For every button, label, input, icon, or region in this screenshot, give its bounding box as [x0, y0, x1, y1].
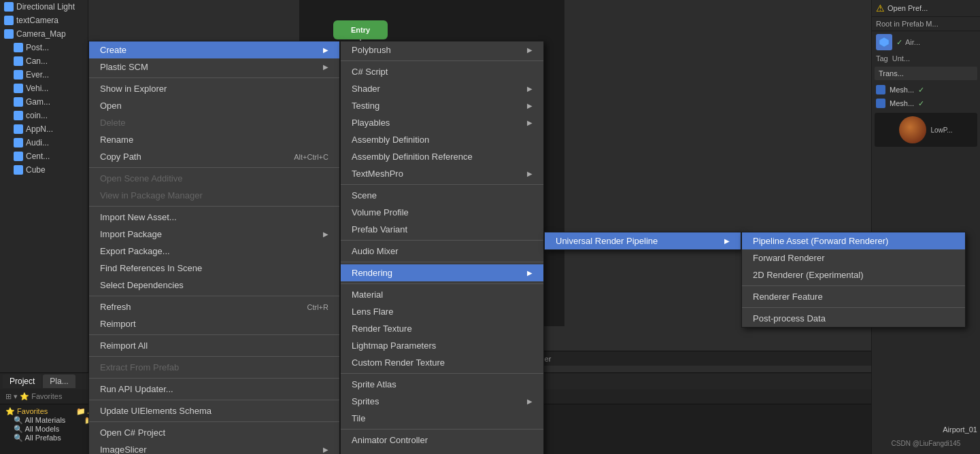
menu-item-volume-profile[interactable]: Volume Profile	[341, 204, 543, 221]
menu-item-select-dependencies[interactable]: Select Dependencies	[89, 277, 339, 294]
inspector-icon-row: ✓ Air...	[872, 31, 980, 53]
menu-item-playables[interactable]: Playables ▶	[341, 114, 543, 131]
arrow-icon: ▶	[527, 119, 533, 126]
separator	[341, 262, 543, 262]
menu-item-open-csharp-project[interactable]: Open C# Project	[89, 424, 339, 441]
menu-item-extract-from-prefab: Extract From Prefab	[89, 359, 339, 376]
menu-item-prefab-variant[interactable]: Prefab Variant	[341, 221, 543, 238]
all-prefabs[interactable]: 🔍 All Prefabs	[5, 434, 65, 442]
menu-item-2d-renderer[interactable]: 2D Renderer (Experimental)	[742, 266, 965, 283]
menu-item-sprite-atlas[interactable]: Sprite Atlas	[341, 376, 543, 393]
menu-item-reimport-all[interactable]: Reimport All	[89, 337, 339, 354]
all-materials[interactable]: 🔍 All Materials	[5, 416, 65, 425]
menu-item-polybrush[interactable]: Polybrush ▶	[341, 41, 543, 58]
entry-node[interactable]: Entry	[333, 20, 388, 39]
arrow-icon: ▶	[323, 446, 328, 453]
gam-icon	[14, 97, 23, 107]
menu-item-imageslicer[interactable]: ImageSlicer ▶	[89, 441, 339, 454]
menu-item-universal-render-pipeline[interactable]: Universal Render Pipeline ▶	[545, 232, 741, 249]
arrow-icon: ▶	[527, 170, 533, 177]
tab-pla[interactable]: Pla...	[43, 374, 75, 388]
menu-item-find-references[interactable]: Find References In Scene	[89, 260, 339, 277]
menu-item-audio-mixer[interactable]: Audio Mixer	[341, 243, 543, 260]
menu-item-testing[interactable]: Testing ▶	[341, 97, 543, 114]
menu-item-animation[interactable]: Animation	[341, 449, 543, 454]
csdn-watermark: CSDN @LiuFangdi145	[872, 440, 980, 447]
menu-item-scene[interactable]: Scene	[341, 187, 543, 204]
hierarchy-item-can[interactable]: Can...	[0, 54, 88, 68]
menu-item-reimport[interactable]: Reimport	[89, 315, 339, 332]
hierarchy-item-textcamera[interactable]: textCamera	[0, 14, 88, 27]
hierarchy-item-coin[interactable]: coin...	[0, 109, 88, 122]
hierarchy-item-directional-light[interactable]: Directional Light	[0, 0, 88, 14]
menu-item-shader[interactable]: Shader ▶	[341, 80, 543, 97]
menu-item-lens-flare[interactable]: Lens Flare	[341, 303, 543, 320]
menu-item-custom-render-texture[interactable]: Custom Render Texture	[341, 354, 543, 371]
hierarchy-item-gam[interactable]: Gam...	[0, 95, 88, 109]
menu-item-export-package[interactable]: Export Package...	[89, 243, 339, 260]
menu-item-update-uielements[interactable]: Update UIElements Schema	[89, 402, 339, 419]
hierarchy-item-camera-map[interactable]: Camera_Map	[0, 27, 88, 41]
all-models[interactable]: 🔍 All Models	[5, 425, 65, 434]
menu-item-animator-controller[interactable]: Animator Controller	[341, 432, 543, 449]
separator	[341, 373, 543, 374]
separator	[742, 307, 965, 308]
menu-item-show-in-explorer[interactable]: Show in Explorer	[89, 80, 339, 97]
tab-project[interactable]: Project	[3, 374, 41, 388]
mesh-label-2: Mesh...	[890, 99, 914, 107]
menu-item-tile[interactable]: Tile	[341, 410, 543, 427]
menu-item-textmeshpro[interactable]: TextMeshPro ▶	[341, 165, 543, 182]
menu-item-run-api-updater[interactable]: Run API Updater...	[89, 381, 339, 398]
context-menu-pipeline: Pipeline Asset (Forward Renderer) Forwar…	[741, 232, 966, 328]
hierarchy-item-cube[interactable]: Cube	[0, 163, 88, 177]
open-prefab-label[interactable]: Open Pref...	[888, 4, 928, 12]
menu-item-refresh[interactable]: Refresh Ctrl+R	[89, 298, 339, 315]
hierarchy-item-audi[interactable]: Audi...	[0, 136, 88, 150]
menu-item-assembly-definition-reference[interactable]: Assembly Definition Reference	[341, 148, 543, 165]
context-menu-main: Create ▶ Plastic SCM ▶ Show in Explorer …	[88, 41, 340, 454]
can-icon	[14, 56, 23, 66]
mesh-icon-1	[876, 85, 885, 94]
menu-item-open[interactable]: Open	[89, 97, 339, 114]
menu-item-material[interactable]: Material	[341, 286, 543, 303]
menu-item-rendering[interactable]: Rendering ▶	[341, 264, 543, 281]
material-thumbnail	[899, 116, 926, 143]
menu-item-assembly-definition[interactable]: Assembly Definition	[341, 131, 543, 148]
hierarchy-item-post[interactable]: Post...	[0, 41, 88, 54]
tag-value: Unt...	[892, 54, 910, 63]
separator	[89, 334, 339, 335]
menu-item-render-texture[interactable]: Render Texture	[341, 320, 543, 337]
menu-item-view-package-manager: View in Package Manager	[89, 187, 339, 204]
tag-row: Tag Unt...	[872, 53, 980, 64]
hierarchy-item-ever[interactable]: Ever...	[0, 68, 88, 82]
menu-item-renderer-feature[interactable]: Renderer Feature	[742, 288, 965, 305]
menu-item-pipeline-asset-forward[interactable]: Pipeline Asset (Forward Renderer)	[742, 232, 965, 249]
hierarchy-item-appn[interactable]: AppN...	[0, 122, 88, 136]
arrow-icon: ▶	[323, 63, 328, 71]
menu-item-sprites[interactable]: Sprites ▶	[341, 393, 543, 410]
menu-item-rename[interactable]: Rename	[89, 131, 339, 148]
tag-label: Tag	[876, 54, 888, 63]
menu-item-post-process-data[interactable]: Post-process Data	[742, 310, 965, 327]
menu-item-copy-path[interactable]: Copy Path Alt+Ctrl+C	[89, 148, 339, 165]
separator	[89, 378, 339, 379]
vehi-icon	[14, 84, 23, 93]
hierarchy-item-cent[interactable]: Cent...	[0, 150, 88, 163]
inspector-header: ⚠ Open Pref...	[872, 0, 980, 17]
menu-item-import-new-asset[interactable]: Import New Asset...	[89, 209, 339, 226]
menu-item-forward-renderer[interactable]: Forward Renderer	[742, 249, 965, 266]
inspector-panel: ⚠ Open Pref... Root in Prefab M... ✓ Air…	[871, 0, 980, 454]
inspector-tags: ✓ Air...	[896, 38, 920, 47]
separator	[341, 283, 543, 284]
menu-item-lightmap-parameters[interactable]: Lightmap Parameters	[341, 337, 543, 354]
menu-item-create[interactable]: Create ▶	[89, 41, 339, 58]
menu-item-csharp-script[interactable]: C# Script	[341, 63, 543, 80]
menu-item-plastic-scm[interactable]: Plastic SCM ▶	[89, 58, 339, 75]
menu-item-import-package[interactable]: Import Package ▶	[89, 226, 339, 243]
arrow-icon: ▶	[323, 230, 328, 238]
hierarchy-item-vehi[interactable]: Vehi...	[0, 82, 88, 95]
separator	[341, 60, 543, 61]
separator	[742, 285, 965, 286]
separator	[341, 240, 543, 241]
camera-map-icon	[4, 29, 14, 39]
